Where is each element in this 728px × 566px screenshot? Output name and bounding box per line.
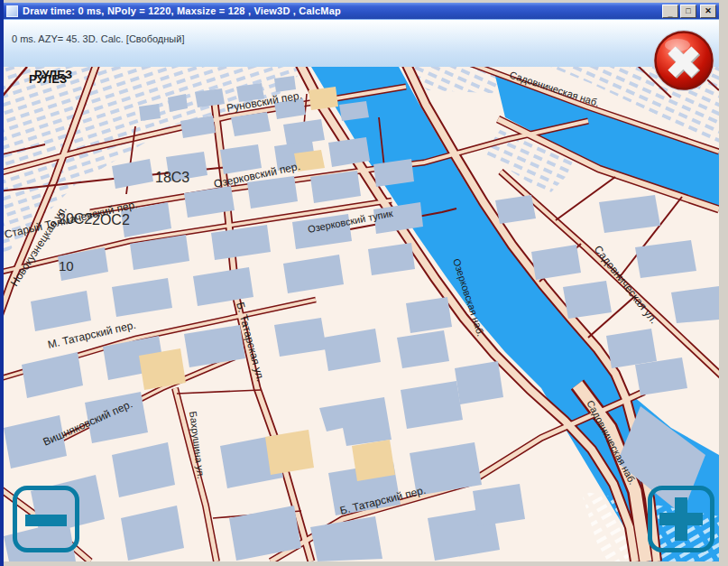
address-label: 18С3: [155, 170, 189, 185]
close-button[interactable]: ✕: [700, 5, 716, 18]
maximize-button[interactable]: □: [680, 5, 696, 18]
map-canvas: Руновский пер. Озерковский пер. Озерковс…: [4, 67, 719, 561]
app-window: Draw time: 0 ms, NPoly = 1220, Maxsize =…: [0, 0, 728, 566]
window-title: Draw time: 0 ms, NPoly = 1220, Maxsize =…: [23, 5, 341, 16]
plus-icon: [675, 497, 687, 541]
app-icon: [6, 5, 18, 17]
address-label: 2ОС2: [92, 212, 130, 227]
title-bar[interactable]: Draw time: 0 ms, NPoly = 1220, Maxsize =…: [4, 3, 719, 20]
status-panel: 0 ms. AZY= 45. 3D. Calc. [Свободный]: [4, 20, 719, 67]
zoom-in-button[interactable]: [648, 486, 714, 552]
status-text: 0 ms. AZY= 45. 3D. Calc. [Свободный]: [12, 33, 184, 44]
map-viewport[interactable]: Руновский пер. Озерковский пер. Озерковс…: [4, 67, 719, 561]
minus-icon: [25, 515, 67, 526]
minimize-button[interactable]: _: [662, 5, 678, 18]
close-icon: [652, 29, 715, 92]
window-controls: _ □ ✕: [662, 5, 716, 18]
zoom-out-button[interactable]: [13, 486, 79, 552]
address-label: 10: [59, 258, 74, 274]
address-label: 20С2: [58, 211, 92, 227]
map-close-button[interactable]: [652, 29, 715, 92]
address-label: РУЛЕЗ: [34, 68, 72, 81]
